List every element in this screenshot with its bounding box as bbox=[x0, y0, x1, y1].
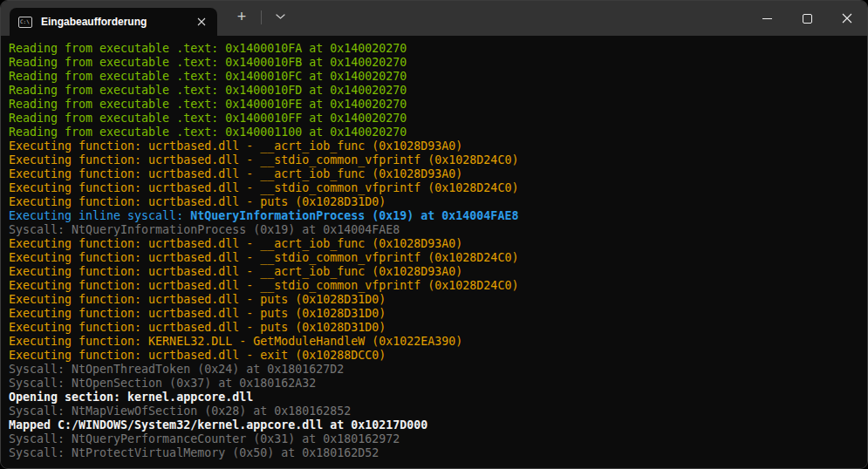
terminal-line: Executing function: ucrtbased.dll - __ac… bbox=[9, 139, 867, 153]
terminal-line: Executing function: ucrtbased.dll - __st… bbox=[9, 181, 867, 195]
terminal-line: Executing function: ucrtbased.dll - __ac… bbox=[9, 237, 867, 251]
maximize-button[interactable] bbox=[787, 1, 827, 36]
terminal-output[interactable]: Reading from executable .text: 0x1400010… bbox=[1, 36, 867, 468]
terminal-line: Executing function: ucrtbased.dll - puts… bbox=[9, 307, 867, 321]
terminal-line: Executing function: ucrtbased.dll - __ac… bbox=[9, 167, 867, 181]
terminal-line: Executing function: ucrtbased.dll - __ac… bbox=[9, 265, 867, 279]
terminal-line: Executing inline syscall: NtQueryInforma… bbox=[9, 209, 867, 223]
maximize-icon bbox=[803, 14, 812, 24]
terminal-line: Syscall: NtOpenSection (0x37) at 0x18016… bbox=[9, 377, 867, 391]
terminal-line: Reading from executable .text: 0x1400010… bbox=[9, 112, 867, 126]
terminal-line: Reading from executable .text: 0x1400010… bbox=[9, 70, 867, 84]
minimize-icon bbox=[762, 18, 772, 19]
terminal-line: Executing function: ucrtbased.dll - puts… bbox=[9, 195, 867, 209]
tab-dropdown-button[interactable] bbox=[267, 4, 293, 29]
tab-eingabeaufforderung[interactable]: C:\ Eingabeaufforderung bbox=[10, 8, 217, 36]
tab-title: Eingabeaufforderung bbox=[41, 16, 191, 28]
new-tab-button[interactable]: + bbox=[228, 4, 256, 29]
terminal-line: Executing function: ucrtbased.dll - __st… bbox=[9, 251, 867, 265]
terminal-line: Executing function: ucrtbased.dll - __st… bbox=[9, 279, 867, 293]
terminal-line: Mapped C:/WINDOWS/System32/kernel.appcor… bbox=[9, 418, 867, 432]
terminal-line: Syscall: NtProtectVirtualMemory (0x50) a… bbox=[9, 446, 867, 460]
terminal-line: Reading from executable .text: 0x1400010… bbox=[9, 56, 867, 70]
chevron-down-icon bbox=[276, 14, 285, 19]
cmd-prompt-icon: C:\ bbox=[18, 17, 32, 28]
terminal-line: Reading from executable .text: 0x1400010… bbox=[9, 98, 867, 112]
terminal-line: Executing function: ucrtbased.dll - __st… bbox=[9, 153, 867, 167]
terminal-line: Reading from executable .text: 0x1400011… bbox=[9, 126, 867, 139]
terminal-line: Executing function: ucrtbased.dll - puts… bbox=[9, 293, 867, 307]
terminal-line: Syscall: NtOpenThreadToken (0x24) at 0x1… bbox=[9, 363, 867, 377]
terminal-line: Syscall: NtQueryPerformanceCounter (0x31… bbox=[9, 432, 867, 446]
terminal-line: Syscall: NtMapViewOfSection (0x28) at 0x… bbox=[9, 404, 867, 418]
titlebar-divider bbox=[261, 10, 262, 24]
terminal-window: C:\ Eingabeaufforderung + bbox=[0, 0, 868, 469]
window-controls bbox=[747, 1, 867, 36]
terminal-line: Opening section: kernel.appcore.dll bbox=[9, 391, 867, 404]
close-button[interactable] bbox=[827, 1, 867, 36]
tab-close-button[interactable] bbox=[191, 11, 212, 32]
terminal-line: Executing function: ucrtbased.dll - puts… bbox=[9, 321, 867, 335]
minimize-button[interactable] bbox=[747, 1, 787, 36]
title-bar: C:\ Eingabeaufforderung + bbox=[1, 1, 867, 36]
terminal-line: Executing function: KERNEL32.DLL - GetMo… bbox=[9, 335, 867, 349]
terminal-line: Executing function: ucrtbased.dll - exit… bbox=[9, 349, 867, 363]
close-icon bbox=[197, 17, 206, 26]
terminal-line: Reading from executable .text: 0x1400010… bbox=[9, 42, 867, 56]
close-icon bbox=[842, 13, 852, 24]
terminal-line: Reading from executable .text: 0x1400010… bbox=[9, 84, 867, 98]
terminal-line: Syscall: NtQueryInformationProcess (0x19… bbox=[9, 223, 867, 237]
